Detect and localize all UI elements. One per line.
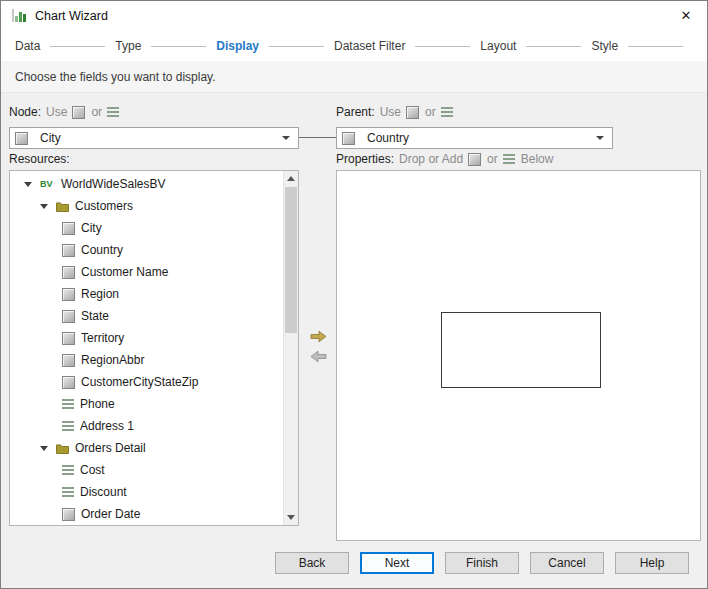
node-field-label: Node: Use or (9, 104, 125, 120)
tree-item-orders-detail[interactable]: Orders Detail (10, 437, 283, 459)
detail-field-icon (503, 154, 515, 164)
step-separator (151, 46, 206, 47)
tree-item-label: City (81, 221, 102, 235)
folder-icon (56, 443, 69, 454)
parent-field-label: Parent: Use or (336, 104, 459, 120)
business-view-icon: BV (40, 179, 55, 190)
detail-field-icon (62, 465, 74, 475)
detail-field-icon (107, 107, 119, 117)
scroll-down-icon[interactable] (284, 510, 298, 525)
step-separator (50, 46, 105, 47)
tree-item-label: Discount (80, 485, 127, 499)
step-style[interactable]: Style (591, 39, 618, 53)
detail-field-icon (62, 487, 74, 497)
step-separator (269, 46, 324, 47)
window-title: Chart Wizard (35, 9, 108, 23)
dimension-field-icon (62, 244, 75, 257)
node-dropdown[interactable]: City (9, 127, 299, 149)
tree-item-discount[interactable]: Discount (10, 481, 283, 503)
scrollbar-thumb[interactable] (285, 187, 297, 333)
close-icon[interactable]: ✕ (677, 8, 695, 24)
or-text: or (91, 105, 102, 119)
chevron-down-icon[interactable] (282, 136, 290, 140)
finish-button[interactable]: Finish (445, 552, 519, 574)
footer-buttons: BackNextFinishCancelHelp (275, 552, 689, 574)
tree-item-label: Territory (81, 331, 124, 345)
dimension-field-icon (62, 222, 75, 235)
tree-item-order-date[interactable]: Order Date (10, 503, 283, 525)
titlebar: Chart Wizard ✕ (1, 1, 707, 31)
tree-item-label: Customer Name (81, 265, 168, 279)
tree-item-label: Region (81, 287, 119, 301)
tree-item-label: Address 1 (80, 419, 134, 433)
cancel-button[interactable]: Cancel (530, 552, 604, 574)
tree-item-address-1[interactable]: Address 1 (10, 415, 283, 437)
move-left-button[interactable] (310, 350, 327, 363)
step-display[interactable]: Display (216, 39, 259, 53)
step-separator (415, 46, 470, 47)
tree-item-label: Order Date (81, 507, 140, 521)
tree-item-country[interactable]: Country (10, 239, 283, 261)
properties-label: Properties: Drop or Add or Below (336, 151, 558, 167)
tree-item-phone[interactable]: Phone (10, 393, 283, 415)
or-text: or (425, 105, 436, 119)
folder-icon (56, 201, 69, 212)
tree-item-worldwidesalesbv[interactable]: BVWorldWideSalesBV (10, 173, 283, 195)
tree-item-label: WorldWideSalesBV (61, 177, 165, 191)
step-data[interactable]: Data (15, 39, 40, 53)
tree-item-cost[interactable]: Cost (10, 459, 283, 481)
scroll-up-icon[interactable] (284, 171, 298, 186)
step-separator (628, 46, 683, 47)
tree-item-regionabbr[interactable]: RegionAbbr (10, 349, 283, 371)
dimension-field-icon (15, 132, 28, 145)
step-separator (526, 46, 581, 47)
expand-arrow-icon[interactable] (24, 182, 32, 187)
tree-item-customer-name[interactable]: Customer Name (10, 261, 283, 283)
move-right-button[interactable] (310, 330, 327, 343)
dimension-field-icon (62, 266, 75, 279)
expand-arrow-icon[interactable] (40, 446, 48, 451)
dimension-field-icon (406, 106, 419, 119)
wizard-steps: DataTypeDisplayDataset FilterLayoutStyle (1, 31, 707, 61)
properties-hint-text: Drop or Add (399, 152, 463, 166)
dimension-field-icon (72, 106, 85, 119)
tree-item-state[interactable]: State (10, 305, 283, 327)
step-type[interactable]: Type (115, 39, 141, 53)
dimension-field-icon (468, 153, 481, 166)
step-layout[interactable]: Layout (480, 39, 516, 53)
tree-item-label: Country (81, 243, 123, 257)
tree-item-region[interactable]: Region (10, 283, 283, 305)
chart-wizard-dialog: Chart Wizard ✕ DataTypeDisplayDataset Fi… (0, 0, 708, 589)
help-button[interactable]: Help (615, 552, 689, 574)
dimension-field-icon (62, 508, 75, 521)
resources-tree: BVWorldWideSalesBVCustomersCityCountryCu… (10, 173, 283, 525)
tree-item-label: State (81, 309, 109, 323)
chevron-down-icon[interactable] (596, 136, 604, 140)
transfer-buttons (301, 330, 335, 363)
tree-item-city[interactable]: City (10, 217, 283, 239)
wizard-subtitle: Choose the fields you want to display. (1, 61, 707, 93)
chart-node-box[interactable] (441, 312, 601, 388)
tree-item-label: Orders Detail (75, 441, 146, 455)
dimension-field-icon (342, 132, 355, 145)
use-text: Use (380, 105, 401, 119)
next-button[interactable]: Next (360, 552, 434, 574)
parent-label-text: Parent: (336, 105, 375, 119)
step-dataset-filter[interactable]: Dataset Filter (334, 39, 405, 53)
tree-scrollbar[interactable] (283, 171, 298, 525)
detail-field-icon (441, 107, 453, 117)
back-button[interactable]: Back (275, 552, 349, 574)
chart-wizard-icon (11, 8, 27, 24)
parent-dropdown-value: Country (367, 131, 596, 145)
tree-item-customercitystatezip[interactable]: CustomerCityStateZip (10, 371, 283, 393)
below-text: Below (521, 152, 554, 166)
tree-item-territory[interactable]: Territory (10, 327, 283, 349)
expand-arrow-icon[interactable] (40, 204, 48, 209)
tree-item-customers[interactable]: Customers (10, 195, 283, 217)
tree-item-label: Cost (80, 463, 105, 477)
parent-dropdown[interactable]: Country (336, 127, 613, 149)
detail-field-icon (62, 399, 74, 409)
or-text: or (487, 152, 498, 166)
node-dropdown-value: City (40, 131, 282, 145)
properties-drop-area[interactable] (336, 170, 701, 541)
